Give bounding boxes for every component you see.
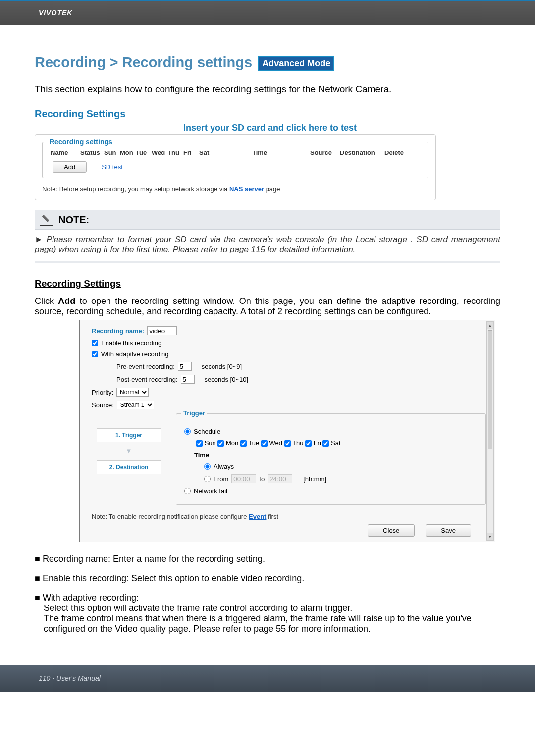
- rs-desc-prefix: Click: [35, 296, 58, 306]
- source-label: Source:: [92, 402, 114, 409]
- recording-table-header: Name Status Sun Mon Tue Wed Thu Fri Sat …: [48, 149, 423, 156]
- col-source: Source: [307, 149, 337, 156]
- save-button[interactable]: Save: [426, 524, 471, 537]
- brand-logo: VIVOTEK: [39, 9, 72, 17]
- col-destination: Destination: [337, 149, 381, 156]
- event-note-prefix: Note: To enable recording notification p…: [92, 513, 249, 520]
- recording-form-panel: ▴ ▾ Recording name: Enable this recordin…: [79, 320, 495, 542]
- col-sat: Sat: [196, 149, 212, 156]
- always-radio[interactable]: [204, 463, 211, 470]
- network-fail-label: Network fail: [194, 487, 227, 495]
- post-event-hint: seconds [0~10]: [205, 376, 249, 383]
- add-button[interactable]: Add: [53, 161, 87, 173]
- priority-label: Priority:: [92, 389, 113, 396]
- recording-settings-panel: Recording settings Name Status Sun Mon T…: [35, 134, 436, 200]
- nas-note-prefix: Note: Before setup recording, you may se…: [42, 185, 229, 193]
- footer-bar: 110 - User's Manual: [0, 665, 535, 692]
- always-label: Always: [214, 463, 234, 470]
- footer-text: 110 - User's Manual: [39, 674, 101, 682]
- col-time: Time: [212, 149, 307, 156]
- scroll-thumb[interactable]: [488, 330, 492, 449]
- col-wed: Wed: [149, 149, 164, 156]
- day-wed: Wed: [269, 439, 283, 447]
- event-note: Note: To enable recording notification p…: [92, 513, 486, 520]
- col-tue: Tue: [133, 149, 149, 156]
- recording-name-input[interactable]: [147, 326, 177, 335]
- steps-column: 1. Trigger ▼ 2. Destination: [92, 413, 166, 505]
- post-event-label: Post-event recording:: [116, 376, 178, 383]
- recording-settings-heading: Recording Settings: [35, 278, 500, 289]
- schedule-radio[interactable]: [184, 428, 191, 435]
- day-sat-checkbox[interactable]: [322, 440, 329, 447]
- scroll-up-icon[interactable]: ▴: [487, 322, 493, 329]
- step-trigger[interactable]: 1. Trigger: [97, 428, 161, 442]
- days-row: Sun Mon Tue Wed Thu Fri Sat: [196, 439, 478, 447]
- event-link[interactable]: Event: [249, 513, 266, 520]
- bullet-enable-recording: ■ Enable this recording: Select this opt…: [35, 573, 500, 584]
- bullet-1-text: Recording name: Enter a name for the rec…: [43, 554, 265, 564]
- bullet-3-line2: The frame control means that when there …: [44, 613, 500, 634]
- enable-recording-checkbox[interactable]: [92, 340, 98, 346]
- col-thu: Thu: [164, 149, 180, 156]
- trigger-legend: Trigger: [181, 409, 207, 417]
- pencil-icon: [40, 213, 53, 226]
- bullet-3-head: With adaptive recording:: [43, 593, 139, 603]
- scrollbar[interactable]: ▴ ▾: [486, 321, 494, 541]
- to-label: to: [259, 475, 265, 483]
- recording-settings-fieldset: Recording settings Name Status Sun Mon T…: [42, 142, 428, 178]
- rs-desc-add: Add: [58, 296, 75, 306]
- source-select[interactable]: Stream 1: [117, 401, 154, 409]
- priority-select[interactable]: Normal: [116, 388, 149, 397]
- scroll-down-icon[interactable]: ▾: [487, 533, 493, 540]
- pre-event-input[interactable]: [178, 362, 192, 371]
- day-thu: Thu: [292, 439, 303, 447]
- day-tue: Tue: [248, 439, 259, 447]
- post-event-input[interactable]: [181, 375, 195, 384]
- col-sun: Sun: [101, 149, 117, 156]
- close-button[interactable]: Close: [368, 524, 415, 537]
- schedule-label: Schedule: [194, 428, 220, 435]
- sd-test-link[interactable]: SD test: [102, 163, 123, 171]
- pre-event-label: Pre-event recording:: [116, 363, 175, 370]
- from-radio[interactable]: [204, 476, 211, 482]
- pre-event-hint: seconds [0~9]: [202, 363, 242, 370]
- event-note-suffix: first: [266, 513, 278, 520]
- to-time-input[interactable]: [268, 474, 292, 483]
- day-thu-checkbox[interactable]: [284, 440, 291, 447]
- hhmm-hint: [hh:mm]: [303, 475, 326, 483]
- day-sun: Sun: [205, 439, 216, 447]
- fieldset-legend: Recording settings: [48, 138, 114, 146]
- note-body-text: Please remember to format your SD card v…: [35, 235, 500, 254]
- nas-server-link[interactable]: NAS server: [229, 185, 264, 193]
- note-body: ► Please remember to format your SD card…: [35, 235, 500, 263]
- col-fri: Fri: [180, 149, 196, 156]
- note-title: NOTE:: [58, 214, 89, 226]
- day-tue-checkbox[interactable]: [240, 440, 247, 447]
- day-sun-checkbox[interactable]: [196, 440, 203, 447]
- nas-note-suffix: page: [264, 185, 280, 193]
- nas-note: Note: Before setup recording, you may se…: [42, 185, 428, 193]
- arrow-icon: ►: [35, 235, 43, 244]
- bullets-section: ■ Recording name: Enter a name for the r…: [35, 554, 500, 634]
- page-title: Recording > Recording settings Advanced …: [35, 54, 500, 71]
- intro-text: This section explains how to configure t…: [35, 84, 500, 95]
- bullet-adaptive: ■ With adaptive recording: Select this o…: [35, 593, 500, 634]
- note-box-header: NOTE:: [35, 210, 500, 230]
- step-destination[interactable]: 2. Destination: [97, 460, 161, 474]
- day-mon-checkbox[interactable]: [217, 440, 224, 447]
- day-fri-checkbox[interactable]: [305, 440, 312, 447]
- day-sat: Sat: [331, 439, 341, 447]
- from-time-input[interactable]: [231, 474, 256, 483]
- day-wed-checkbox[interactable]: [261, 440, 268, 447]
- day-mon: Mon: [226, 439, 238, 447]
- sd-insert-hint: Insert your SD card and click here to te…: [183, 123, 500, 133]
- page-content: Recording > Recording settings Advanced …: [0, 25, 535, 653]
- advanced-mode-badge: Advanced Mode: [258, 56, 334, 71]
- trigger-fieldset: Trigger Schedule Sun Mon Tue Wed Thu Fri…: [176, 413, 486, 505]
- adaptive-recording-checkbox[interactable]: [92, 351, 98, 357]
- col-status: Status: [77, 149, 101, 156]
- recording-settings-desc: Click Add to open the recording setting …: [35, 296, 500, 317]
- network-fail-radio[interactable]: [184, 488, 191, 494]
- col-delete: Delete: [381, 149, 406, 156]
- time-label: Time: [194, 452, 478, 459]
